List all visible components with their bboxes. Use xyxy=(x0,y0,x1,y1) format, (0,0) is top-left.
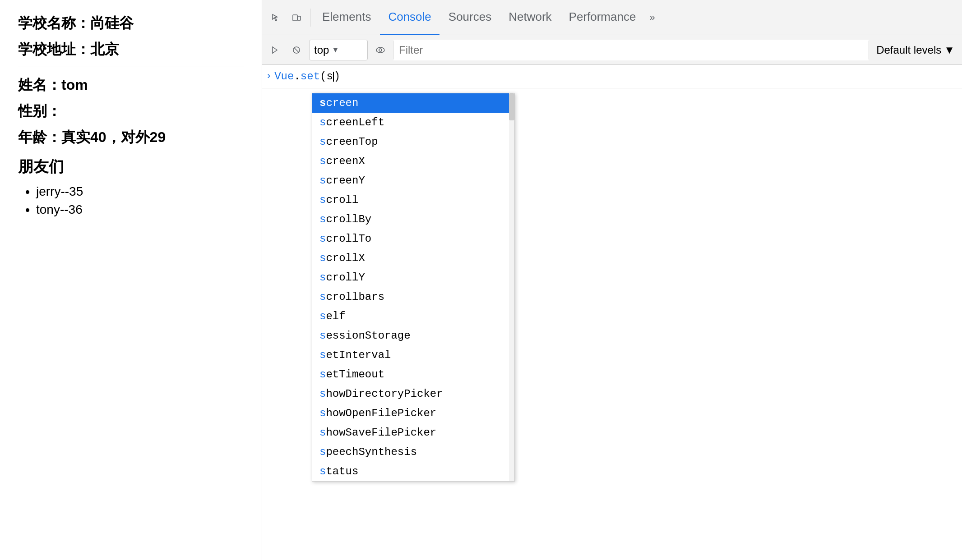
autocomplete-item[interactable]: showSaveFilePicker xyxy=(312,423,514,442)
autocomplete-item[interactable]: sessionStorage xyxy=(312,326,514,345)
friends-list: jerry--35 tony--36 xyxy=(18,184,244,217)
tab-sources[interactable]: Sources xyxy=(440,0,500,35)
autocomplete-item[interactable]: scrollX xyxy=(312,248,514,268)
context-selector[interactable]: top ▼ xyxy=(309,40,368,60)
autocomplete-item[interactable]: scroll xyxy=(312,190,514,210)
autocomplete-item[interactable]: scrollTo xyxy=(312,229,514,248)
person-gender: 性别： xyxy=(18,101,244,121)
default-levels-button[interactable]: Default levels ▼ xyxy=(873,44,958,56)
code-dot: . xyxy=(294,70,300,83)
autocomplete-item[interactable]: screen xyxy=(312,93,514,113)
tab-performance[interactable]: Performance xyxy=(561,0,644,35)
autocomplete-dropdown: screenscreenLeftscreenTopscreenXscreenYs… xyxy=(312,93,515,482)
webpage-content: 学校名称：尚硅谷 学校地址：北京 姓名：tom 性别： 年龄：真实40，对外29… xyxy=(0,0,262,560)
autocomplete-scrollbar[interactable] xyxy=(509,93,514,481)
svg-point-5 xyxy=(376,47,384,53)
chevron-down-icon: ▼ xyxy=(332,46,339,54)
autocomplete-item[interactable]: showDirectoryPicker xyxy=(312,384,514,404)
run-button[interactable] xyxy=(266,41,284,59)
console-code[interactable]: Vue.set(s) xyxy=(274,70,340,83)
devtools-toolbar: Elements Console Sources Network Perform… xyxy=(262,0,962,35)
svg-line-4 xyxy=(294,48,299,52)
list-item: tony--36 xyxy=(36,202,244,217)
autocomplete-item[interactable]: showOpenFilePicker xyxy=(312,404,514,423)
block-button[interactable] xyxy=(287,41,305,59)
autocomplete-item[interactable]: speechSynthesis xyxy=(312,442,514,462)
tab-network[interactable]: Network xyxy=(500,0,560,35)
list-item: jerry--35 xyxy=(36,184,244,199)
console-input-line: › Vue.set(s) xyxy=(262,65,962,88)
divider xyxy=(18,66,244,66)
autocomplete-item[interactable]: status xyxy=(312,462,514,481)
autocomplete-item[interactable]: setTimeout xyxy=(312,365,514,384)
filter-input[interactable] xyxy=(393,40,869,60)
console-prompt: › xyxy=(266,71,272,82)
device-toggle-button[interactable] xyxy=(287,8,306,28)
devtools-panel: Elements Console Sources Network Perform… xyxy=(262,0,962,560)
console-bar: top ▼ Default levels ▼ xyxy=(262,35,962,65)
code-set: set xyxy=(301,70,320,83)
more-tabs-button[interactable]: » xyxy=(645,0,659,35)
context-selector-value: top xyxy=(314,44,329,56)
friends-title: 朋友们 xyxy=(18,156,244,177)
person-name: 姓名：tom xyxy=(18,75,244,95)
autocomplete-item[interactable]: screenX xyxy=(312,151,514,171)
svg-rect-0 xyxy=(293,15,297,21)
code-close-paren: ) xyxy=(334,70,340,83)
autocomplete-items-container: screenscreenLeftscreenTopscreenXscreenYs… xyxy=(312,93,514,481)
toolbar-separator xyxy=(310,9,310,27)
autocomplete-item[interactable]: scrollY xyxy=(312,268,514,287)
autocomplete-item[interactable]: self xyxy=(312,307,514,326)
person-age: 年龄：真实40，对外29 xyxy=(18,128,244,147)
filter-wrapper xyxy=(393,40,869,60)
console-content: › Vue.set(s) screenscreenLeftscreenTopsc… xyxy=(262,65,962,560)
autocomplete-item[interactable]: scrollBy xyxy=(312,210,514,229)
code-paren: (s xyxy=(320,70,333,83)
chevron-down-icon: ▼ xyxy=(944,44,955,56)
svg-marker-2 xyxy=(273,47,277,53)
svg-rect-1 xyxy=(298,16,301,20)
school-name: 学校名称：尚硅谷 xyxy=(18,14,244,33)
autocomplete-item[interactable]: screenY xyxy=(312,171,514,190)
autocomplete-item[interactable]: screenLeft xyxy=(312,113,514,132)
tab-console[interactable]: Console xyxy=(380,0,439,35)
school-address: 学校地址：北京 xyxy=(18,40,244,60)
svg-point-6 xyxy=(379,49,382,51)
code-vue: Vue xyxy=(274,70,294,83)
tab-elements[interactable]: Elements xyxy=(314,0,379,35)
autocomplete-scrollbar-thumb xyxy=(509,93,514,120)
eye-button[interactable] xyxy=(371,41,389,59)
inspect-element-button[interactable] xyxy=(266,8,286,28)
autocomplete-item[interactable]: screenTop xyxy=(312,132,514,151)
autocomplete-item[interactable]: scrollbars xyxy=(312,287,514,307)
autocomplete-item[interactable]: setInterval xyxy=(312,345,514,365)
